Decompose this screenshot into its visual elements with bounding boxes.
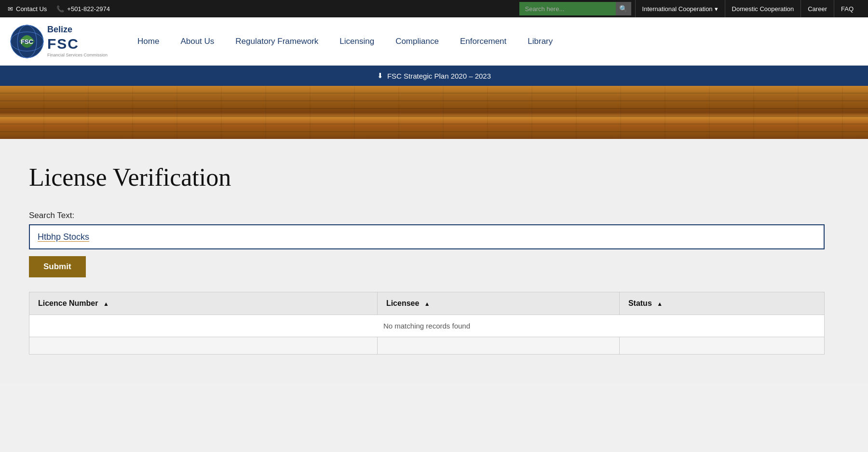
col-licensee-label: Licensee: [386, 299, 419, 307]
logo-subtext: Financial Services Commission: [47, 53, 108, 58]
career-link[interactable]: Career: [800, 0, 834, 17]
col-status-label: Status: [628, 299, 652, 307]
faq-link[interactable]: FAQ: [834, 0, 860, 17]
international-cooperation-label: International Cooperation: [642, 5, 713, 13]
logo-link[interactable]: FSC Belize FSC Financial Services Commis…: [10, 24, 108, 59]
no-records-row: No matching records found: [29, 315, 825, 337]
hero-image: [0, 86, 868, 139]
domestic-cooperation-link[interactable]: Domestic Cooperation: [725, 0, 801, 17]
sort-arrow-licensee: ▲: [424, 301, 430, 307]
phone-icon: 📞: [56, 5, 64, 13]
col-licence-label: Licence Number: [38, 299, 98, 307]
top-search-button[interactable]: 🔍: [616, 2, 631, 15]
contact-us-link[interactable]: ✉ Contact Us: [8, 5, 47, 13]
empty-row: [29, 337, 825, 355]
empty-cell-3: [619, 337, 824, 355]
search-icon: 🔍: [619, 5, 627, 13]
nav-links: Home About Us Regulatory Framework Licen…: [127, 17, 563, 66]
empty-cell-2: [377, 337, 619, 355]
email-icon: ✉: [8, 5, 13, 13]
submit-button[interactable]: Submit: [29, 256, 86, 277]
nav-library[interactable]: Library: [517, 17, 563, 66]
nav-regulatory-framework[interactable]: Regulatory Framework: [225, 17, 329, 66]
main-nav: FSC Belize FSC Financial Services Commis…: [0, 17, 868, 66]
column-status[interactable]: Status ▲: [619, 292, 824, 315]
column-licence-number[interactable]: Licence Number ▲: [29, 292, 378, 315]
empty-cell-1: [29, 337, 378, 355]
banner-bar[interactable]: ⬇ FSC Strategic Plan 2020 – 2023: [0, 66, 868, 86]
banner-text: FSC Strategic Plan 2020 – 2023: [387, 72, 491, 80]
page-content: License Verification Search Text: Submit…: [0, 139, 868, 384]
page-title: License Verification: [29, 163, 839, 192]
top-search-wrap: 🔍: [519, 2, 631, 15]
table-header: Licence Number ▲ Licensee ▲ Status ▲: [29, 292, 825, 315]
no-records-message: No matching records found: [29, 315, 825, 337]
sort-arrow-licence: ▲: [103, 301, 109, 307]
top-bar-links: International Cooperation ▾ Domestic Coo…: [635, 0, 860, 17]
nav-enforcement[interactable]: Enforcement: [449, 17, 517, 66]
international-cooperation-link[interactable]: International Cooperation ▾: [635, 0, 725, 17]
svg-text:FSC: FSC: [21, 38, 34, 45]
license-search-input[interactable]: [29, 224, 825, 249]
wood-texture: [0, 86, 868, 139]
domestic-cooperation-label: Domestic Cooperation: [732, 5, 794, 13]
chevron-down-icon: ▾: [715, 5, 718, 13]
nav-about-us[interactable]: About Us: [170, 17, 225, 66]
top-bar-right: 🔍 International Cooperation ▾ Domestic C…: [519, 0, 860, 17]
nav-home[interactable]: Home: [127, 17, 170, 66]
top-search-input[interactable]: [519, 2, 616, 15]
search-label: Search Text:: [29, 211, 839, 220]
table-body: No matching records found: [29, 315, 825, 355]
phone-number: 📞 +501-822-2974: [56, 5, 110, 13]
logo-belize: Belize: [47, 25, 108, 35]
results-table: Licence Number ▲ Licensee ▲ Status ▲ No …: [29, 292, 825, 355]
search-form: Search Text: Submit: [29, 211, 839, 277]
logo-text-wrap: Belize FSC Financial Services Commission: [47, 25, 108, 57]
logo-fsc: FSC: [47, 35, 108, 53]
download-icon: ⬇: [377, 71, 383, 80]
career-label: Career: [808, 5, 827, 13]
fsc-logo: FSC: [10, 24, 44, 59]
contact-us-label: Contact Us: [16, 5, 47, 13]
column-licensee[interactable]: Licensee ▲: [377, 292, 619, 315]
faq-label: FAQ: [841, 5, 854, 13]
nav-compliance[interactable]: Compliance: [385, 17, 449, 66]
top-bar-left: ✉ Contact Us 📞 +501-822-2974: [8, 5, 110, 13]
submit-label: Submit: [43, 262, 71, 271]
top-bar: ✉ Contact Us 📞 +501-822-2974 🔍 Internati…: [0, 0, 868, 17]
nav-licensing[interactable]: Licensing: [329, 17, 385, 66]
sort-arrow-status: ▲: [657, 301, 663, 307]
